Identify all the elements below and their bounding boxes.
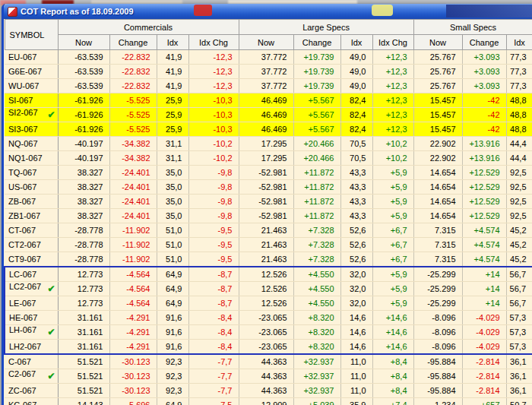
symbol-cell[interactable]: SI-067 <box>5 93 58 108</box>
value-cell: 25.767 <box>413 50 462 65</box>
table-row-c-067[interactable]: C-06751.521-30.12392,3-7,744.363+32.9371… <box>5 354 532 369</box>
table-row-lh-067[interactable]: LH-067✔31.161-4.29191,6-8,4-23.065+8.320… <box>5 325 532 340</box>
table-row-he-067[interactable]: HE-06731.161-4.29191,6-8,4-23.065+8.3201… <box>5 311 532 325</box>
col-header-idx-g0[interactable]: Idx <box>157 35 188 50</box>
value-cell: 32,0 <box>340 282 372 296</box>
table-row-ct9-067[interactable]: CT9-067-28.778-11.90251,0-9,521.463+7.32… <box>5 252 532 267</box>
symbol-cell[interactable]: TQ-067 <box>5 166 58 180</box>
symbol-cell[interactable]: LE-067 <box>5 296 58 311</box>
symbol-cell[interactable]: CT-067 <box>5 223 58 238</box>
symbol-cell[interactable]: C2-067✔ <box>5 369 58 384</box>
value-cell: +32.937 <box>293 354 340 369</box>
table-row-si3-067[interactable]: SI3-067-61.926-5.52525,9-10,346.469+5.56… <box>5 122 532 137</box>
value-cell: -23.065 <box>239 340 293 355</box>
symbol-cell[interactable]: ZB-067 <box>5 195 58 209</box>
value-cell: +10,2 <box>372 151 413 166</box>
value-cell: -9,8 <box>188 180 239 195</box>
symbol-cell[interactable]: WU-067 <box>5 79 58 93</box>
table-row-zb-067[interactable]: ZB-06738.327-24.40135,0-9,8-52.981+11.87… <box>5 195 532 209</box>
value-cell: 15.457 <box>413 93 462 108</box>
value-cell: +12.529 <box>462 180 506 195</box>
table-row-kc-067[interactable]: KC-067-14.143-5.69664,9-7,512.909+5.0393… <box>5 398 532 405</box>
value-cell: -9,8 <box>188 166 239 180</box>
value-cell: 56,7 <box>506 282 532 296</box>
table-row-us-067[interactable]: US-06738.327-24.40135,0-9,8-52.981+11.87… <box>5 180 532 195</box>
symbol-label: US-067 <box>8 182 36 191</box>
table-row-si-067[interactable]: SI-067-61.926-5.52525,9-10,346.469+5.567… <box>5 93 532 108</box>
symbol-cell[interactable]: SI2-067✔ <box>5 108 58 122</box>
symbol-cell[interactable]: ZB1-067 <box>5 209 58 223</box>
value-cell: -2.814 <box>462 384 506 398</box>
value-cell: 41,9 <box>157 50 188 65</box>
table-row-nq1-067[interactable]: NQ1-067-40.197-34.38231,1-10,217.295+20.… <box>5 151 532 166</box>
col-header-now-g1[interactable]: Now <box>239 35 293 50</box>
table-row-lc2-067[interactable]: LC2-067✔12.773-4.56464,9-8,712.526+4.550… <box>5 282 532 296</box>
table-row-le-067[interactable]: LE-06712.773-4.56464,9-8,712.526+4.55032… <box>5 296 532 311</box>
value-cell: 25,9 <box>157 122 188 137</box>
value-cell: -8.096 <box>413 340 462 355</box>
value-cell: 52,6 <box>340 238 372 252</box>
value-cell: -52.981 <box>239 209 293 223</box>
col-header-idx-chg-g0[interactable]: Idx Chg <box>188 35 239 50</box>
symbol-cell[interactable]: LH2-067 <box>5 340 58 355</box>
value-cell: 35,9 <box>340 398 372 405</box>
symbol-cell[interactable]: G6E-067 <box>5 65 58 79</box>
value-cell: 51,0 <box>157 252 188 267</box>
col-header-now-g0[interactable]: Now <box>58 35 109 50</box>
symbol-cell[interactable]: NQ-067 <box>5 137 58 151</box>
col-header-idx-g1[interactable]: Idx <box>340 35 372 50</box>
symbol-cell[interactable]: LC2-067✔ <box>5 282 58 296</box>
table-row-tq-067[interactable]: TQ-06738.327-24.40135,0-9,8-52.981+11.87… <box>5 166 532 180</box>
symbol-cell[interactable]: LH-067✔ <box>5 325 58 340</box>
value-cell: 49,0 <box>340 50 372 65</box>
symbol-cell[interactable]: CT2-067 <box>5 238 58 252</box>
symbol-cell[interactable]: SI3-067 <box>5 122 58 137</box>
symbol-cell[interactable]: CT9-067 <box>5 252 58 267</box>
symbol-cell[interactable]: KC-067 <box>5 398 58 405</box>
value-cell: +11.872 <box>293 166 340 180</box>
symbol-cell[interactable]: US-067 <box>5 180 58 195</box>
value-cell: -11.902 <box>109 223 157 238</box>
table-row-nq-067[interactable]: NQ-067-40.197-34.38231,1-10,217.295+20.4… <box>5 137 532 151</box>
table-row-zb1-067[interactable]: ZB1-06738.327-24.40135,0-9,8-52.981+11.8… <box>5 209 532 223</box>
col-header-now-g2[interactable]: Now <box>413 35 462 50</box>
value-cell: +6,7 <box>372 238 413 252</box>
col-header-idx-chg-g1[interactable]: Idx Chg <box>372 35 413 50</box>
symbol-cell[interactable]: ZC-067 <box>5 384 58 398</box>
value-cell: 25,9 <box>157 93 188 108</box>
value-cell: 38.327 <box>58 166 109 180</box>
title-bar[interactable]: COT Report as of 18.09.2009 <box>4 4 532 19</box>
table-row-si2-067[interactable]: SI2-067✔-61.926-5.52525,9-10,346.469+5.5… <box>5 108 532 122</box>
value-cell: +12,3 <box>372 122 413 137</box>
value-cell: -12,3 <box>188 79 239 93</box>
table-row-ct2-067[interactable]: CT2-067-28.778-11.90251,0-9,521.463+7.32… <box>5 238 532 252</box>
symbol-label: C2-067 <box>8 369 36 378</box>
col-header-change-g2[interactable]: Change <box>462 35 506 50</box>
value-cell: 44,4 <box>506 151 532 166</box>
value-cell: -7,7 <box>188 369 239 384</box>
table-row-wu-067[interactable]: WU-067-63.539-22.83241,9-12,337.772+19.7… <box>5 79 532 93</box>
value-cell: +3.093 <box>462 65 506 79</box>
symbol-cell[interactable]: C-067 <box>5 354 58 369</box>
value-cell: 14,6 <box>340 311 372 325</box>
value-cell: 38.327 <box>58 195 109 209</box>
symbol-cell[interactable]: NQ1-067 <box>5 151 58 166</box>
col-header-idx-g2[interactable]: Idx <box>506 35 532 50</box>
symbol-cell[interactable]: LC-067 <box>5 267 58 282</box>
table-row-lh2-067[interactable]: LH2-06731.161-4.29191,6-8,4-23.065+8.320… <box>5 340 532 355</box>
table-row-zc-067[interactable]: ZC-06751.521-30.12392,3-7,744.363+32.937… <box>5 384 532 398</box>
symbol-cell[interactable]: EU-067 <box>5 50 58 65</box>
value-cell: 92,5 <box>506 209 532 223</box>
table-row-ct-067[interactable]: CT-067-28.778-11.90251,0-9,521.463+7.328… <box>5 223 532 238</box>
col-header-change-g1[interactable]: Change <box>293 35 340 50</box>
col-header-change-g0[interactable]: Change <box>109 35 157 50</box>
table-row-c2-067[interactable]: C2-067✔51.521-30.12392,3-7,744.363+32.93… <box>5 369 532 384</box>
table-row-eu-067[interactable]: EU-067-63.539-22.83241,9-12,337.772+19.7… <box>5 50 532 65</box>
symbol-cell[interactable]: HE-067 <box>5 311 58 325</box>
table-row-lc-067[interactable]: LC-06712.773-4.56464,9-8,712.526+4.55032… <box>5 267 532 282</box>
symbol-column-header[interactable]: SYMBOL <box>5 20 58 50</box>
value-cell: 92,5 <box>506 166 532 180</box>
value-cell: -7,7 <box>188 354 239 369</box>
table-row-g6e-067[interactable]: G6E-067-63.539-22.83241,9-12,337.772+19.… <box>5 65 532 79</box>
value-cell: 77,3 <box>506 65 532 79</box>
